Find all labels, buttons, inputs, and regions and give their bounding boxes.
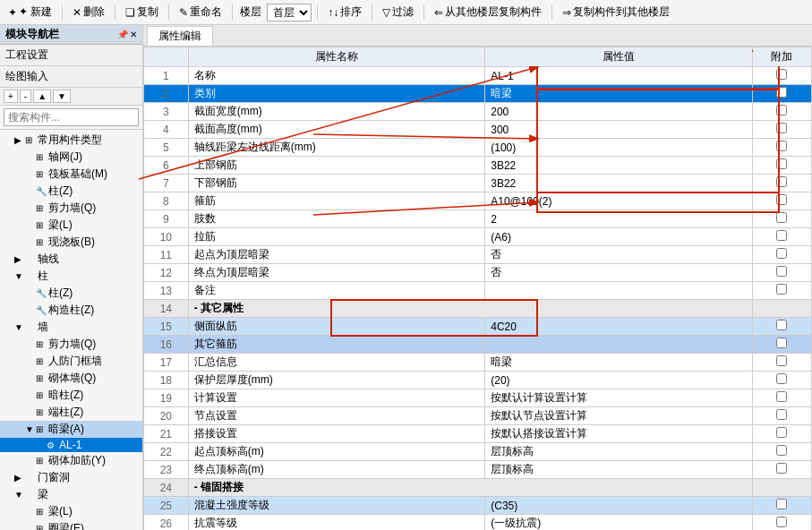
cell-value-15[interactable]: 4C20 [485, 318, 752, 336]
filter-button[interactable]: ▽ 过滤 [378, 3, 418, 21]
cell-add-11[interactable] [752, 246, 811, 264]
tree-item-5[interactable]: ⊞剪力墙(Q) [0, 200, 142, 217]
add-checkbox-15[interactable] [776, 320, 787, 330]
cell-add-14[interactable] [752, 300, 811, 318]
tree-item-13[interactable]: ⊞剪力墙(Q) [0, 336, 142, 353]
cell-value-20[interactable]: 按默认节点设置计算 [485, 407, 752, 425]
sidebar-close-button[interactable]: ✕ [130, 30, 137, 39]
add-checkbox-19[interactable] [776, 391, 787, 402]
cell-value-21[interactable]: 按默认搭接设置计算 [485, 425, 752, 443]
cell-value-18[interactable]: (20) [485, 372, 752, 389]
cell-value-9[interactable]: 2 [485, 210, 752, 228]
table-row-10[interactable]: 10拉筋(A6) [144, 228, 812, 246]
cell-value-23[interactable]: 层顶标高 [485, 461, 752, 479]
cell-value-22[interactable]: 层顶标高 [485, 443, 752, 461]
table-row-4[interactable]: 4截面高度(mm)300 [144, 121, 812, 139]
sidebar-draw-link[interactable]: 绘图输入 [0, 66, 142, 88]
cell-add-15[interactable] [752, 318, 811, 336]
table-row-26[interactable]: 26抗震等级(一级抗震) [144, 515, 812, 531]
table-row-22[interactable]: 22起点顶标高(m)层顶标高 [144, 443, 812, 461]
tree-item-2[interactable]: ⊞轴网(J) [0, 149, 142, 166]
delete-button[interactable]: ✕ 删除 [68, 3, 109, 21]
table-row-19[interactable]: 19计算设置按默认计算设置计算 [144, 389, 812, 407]
table-row-14[interactable]: 14- 其它属性 [144, 300, 812, 318]
sort-button[interactable]: ↑↓ 排序 [323, 3, 366, 21]
table-row-7[interactable]: 7下部钢筋3B22 [144, 175, 812, 192]
tree-item-7[interactable]: ⊞现浇板(B) [0, 234, 142, 251]
tree-item-12[interactable]: ▼墙 [0, 319, 142, 336]
add-checkbox-16[interactable] [776, 338, 787, 348]
table-row-6[interactable]: 6上部钢筋3B22 [144, 157, 812, 175]
cell-value-2[interactable]: 暗梁 [485, 85, 752, 103]
tree-item-11[interactable]: 🔧构造柱(Z) [0, 302, 142, 319]
add-checkbox-13[interactable] [776, 284, 787, 295]
table-row-20[interactable]: 20节点设置按默认节点设置计算 [144, 407, 812, 425]
tree-item-24[interactable]: ⊞圈梁(E) [0, 520, 142, 530]
cell-add-25[interactable] [752, 497, 811, 515]
sidebar-add-button[interactable]: + [4, 90, 18, 103]
cell-value-19[interactable]: 按默认计算设置计算 [485, 389, 752, 407]
cell-value-6[interactable]: 3B22 [485, 157, 752, 175]
add-checkbox-20[interactable] [776, 409, 787, 420]
tree-item-1[interactable]: ▶⊞常用构件类型 [0, 132, 142, 149]
cell-add-24[interactable] [752, 479, 811, 497]
cell-value-13[interactable] [485, 282, 752, 300]
add-checkbox-21[interactable] [776, 427, 787, 438]
table-row-16[interactable]: 16其它箍筋 [144, 336, 812, 354]
tree-item-4[interactable]: 🔧柱(Z) [0, 183, 142, 200]
cell-add-1[interactable] [752, 67, 811, 85]
add-checkbox-5[interactable] [776, 141, 787, 151]
cell-value-16[interactable] [485, 336, 752, 354]
cell-add-23[interactable] [752, 461, 811, 479]
search-input[interactable] [4, 108, 139, 126]
tree-item-17[interactable]: ⊞端柱(Z) [0, 404, 142, 421]
sidebar-move-down-button[interactable]: ▼ [53, 90, 71, 103]
add-checkbox-22[interactable] [776, 445, 787, 456]
tree-item-8[interactable]: ▶轴线 [0, 251, 142, 268]
floor-select[interactable]: 首层 [267, 4, 312, 21]
table-row-15[interactable]: 15侧面纵筋4C20 [144, 318, 812, 336]
tab-property-editor[interactable]: 属性编辑 [147, 26, 213, 46]
table-row-12[interactable]: 12终点为顶层暗梁否 [144, 264, 812, 282]
cell-add-19[interactable] [752, 389, 811, 407]
add-checkbox-23[interactable] [776, 463, 787, 474]
add-checkbox-18[interactable] [776, 373, 787, 384]
table-row-24[interactable]: 24- 锚固搭接 [144, 479, 812, 497]
cell-add-4[interactable] [752, 121, 811, 139]
cell-add-21[interactable] [752, 425, 811, 443]
add-checkbox-17[interactable] [776, 355, 787, 366]
cell-add-26[interactable] [752, 515, 811, 531]
cell-add-13[interactable] [752, 282, 811, 300]
tree-item-22[interactable]: ▼梁 [0, 486, 142, 503]
cell-value-5[interactable]: (100) [485, 139, 752, 157]
sidebar-move-up-button[interactable]: ▲ [33, 90, 51, 103]
cell-add-5[interactable] [752, 139, 811, 157]
copy-to-floor-button[interactable]: ⇒ 复制构件到其他楼层 [558, 3, 674, 21]
cell-add-2[interactable] [752, 85, 811, 103]
tree-item-10[interactable]: 🔧柱(Z) [0, 285, 142, 302]
cell-add-3[interactable] [752, 103, 811, 121]
tree-item-14[interactable]: ⊞人防门框墙 [0, 353, 142, 370]
add-checkbox-11[interactable] [776, 248, 787, 259]
cell-add-10[interactable] [752, 228, 811, 246]
cell-add-7[interactable] [752, 175, 811, 192]
tree-item-18[interactable]: ▼⊞暗梁(A) [0, 421, 142, 438]
cell-add-17[interactable] [752, 354, 811, 372]
tree-item-16[interactable]: ⊞暗柱(Z) [0, 387, 142, 404]
add-checkbox-1[interactable] [776, 69, 787, 80]
copy-button[interactable]: ❑ 复制 [121, 3, 163, 21]
cell-add-20[interactable] [752, 407, 811, 425]
cell-value-1[interactable]: AL-1 [485, 67, 752, 85]
add-checkbox-8[interactable] [776, 194, 787, 205]
table-row-1[interactable]: 1名称AL-1 [144, 67, 812, 85]
table-row-25[interactable]: 25混凝土强度等级(C35) [144, 497, 812, 515]
cell-add-16[interactable] [752, 336, 811, 354]
tree-item-15[interactable]: ⊞砌体墙(Q) [0, 370, 142, 387]
table-row-13[interactable]: 13备注 [144, 282, 812, 300]
tree-item-6[interactable]: ⊞梁(L) [0, 217, 142, 234]
rename-button[interactable]: ✎ 重命名 [175, 3, 227, 21]
cell-value-25[interactable]: (C35) [485, 497, 752, 515]
tree-item-21[interactable]: ▶门窗洞 [0, 469, 142, 486]
tree-item-3[interactable]: ⊞筏板基础(M) [0, 166, 142, 183]
cell-value-11[interactable]: 否 [485, 246, 752, 264]
